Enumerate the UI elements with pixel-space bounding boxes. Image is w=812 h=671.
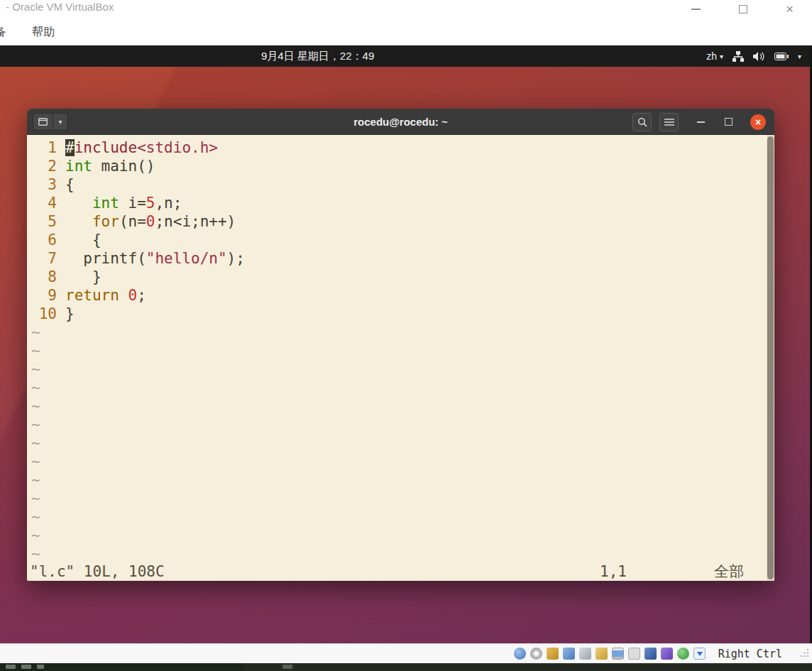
- network-icon[interactable]: [733, 51, 744, 62]
- menu-button[interactable]: [659, 113, 679, 131]
- line-number: 6: [27, 231, 57, 249]
- terminal-maximize-button[interactable]: [725, 118, 733, 126]
- desktop-wallpaper: ▾ rocedu@rocedu: ~ × 1#include<st: [0, 67, 810, 643]
- network-icon[interactable]: [563, 648, 575, 660]
- code-text: for(n=0;n<i;n++): [65, 212, 236, 231]
- terminal-window: ▾ rocedu@rocedu: ~ × 1#include<st: [27, 109, 774, 581]
- clock[interactable]: 9月4日 星期日，22：49: [261, 45, 374, 67]
- close-button[interactable]: ×: [786, 4, 794, 14]
- vim-empty-line: ~: [27, 452, 774, 471]
- vim-line-3[interactable]: 3{: [27, 175, 774, 194]
- vim-empty-line: ~: [27, 342, 774, 360]
- taskbar-fragment: [21, 665, 31, 669]
- line-number: 3: [27, 175, 57, 194]
- menu-devices[interactable]: 备: [0, 18, 6, 45]
- vm-screen: 9月4日 星期日，22：49 zh ▾ ▾: [0, 45, 812, 643]
- vim-empty-line: ~: [27, 397, 774, 415]
- terminal-close-button[interactable]: ×: [750, 114, 766, 130]
- code-text: {: [65, 231, 102, 249]
- vim-empty-line: ~: [27, 360, 774, 378]
- vim-empty-line: ~: [27, 378, 774, 397]
- language-label: zh: [706, 50, 717, 62]
- vim-empty-line: ~: [27, 545, 774, 563]
- vim-line-9[interactable]: 9return 0;: [27, 286, 774, 305]
- line-number: 10: [27, 305, 57, 323]
- line-number: 1: [27, 138, 57, 157]
- hdd-icon[interactable]: [514, 648, 526, 660]
- system-menu-chevron-icon[interactable]: ▾: [798, 53, 801, 60]
- optical-disc-icon[interactable]: [530, 648, 542, 660]
- vim-empty-line: ~: [27, 489, 774, 508]
- vim-editor[interactable]: 1#include<stdio.h>2int main()3{4 int i=5…: [27, 135, 774, 581]
- shared-folders-icon[interactable]: [596, 648, 608, 660]
- volume-icon[interactable]: [753, 51, 765, 62]
- line-number: 9: [27, 286, 57, 305]
- code-text: printf("hello/n");: [65, 249, 245, 268]
- gnome-topbar: 9月4日 星期日，22：49 zh ▾ ▾: [0, 45, 810, 67]
- taskbar-fragment: [282, 665, 292, 669]
- globe-icon[interactable]: [677, 648, 689, 660]
- maximize-button[interactable]: [739, 5, 747, 13]
- terminal-window-controls: ×: [632, 109, 766, 135]
- vbox-status-icons: [514, 648, 706, 660]
- vim-empty-line: ~: [27, 415, 774, 434]
- vbox-menubar: 备 帮助: [0, 18, 812, 45]
- host-taskbar-strip: [0, 663, 812, 671]
- audio-icon[interactable]: [547, 648, 559, 660]
- battery-icon[interactable]: [774, 53, 789, 60]
- vim-file-info: "l.c" 10L, 108C: [30, 562, 165, 581]
- vbox-statusbar: Right Ctrl: [0, 643, 812, 663]
- mouse-icon[interactable]: [661, 648, 673, 660]
- line-number: 4: [27, 194, 57, 212]
- code-text: #include<stdio.h>: [65, 138, 218, 157]
- scrollbar-thumb[interactable]: [767, 136, 774, 579]
- terminal-titlebar[interactable]: ▾ rocedu@rocedu: ~ ×: [27, 109, 774, 135]
- vbox-titlebar: - Oracle VM VirtualBox ×: [0, 0, 812, 18]
- terminal-scrollbar[interactable]: [767, 135, 774, 581]
- keyboard-arrow-icon[interactable]: [693, 648, 706, 660]
- vim-status-line: "l.c" 10L, 108C 1,1 全部: [27, 562, 767, 581]
- display-icon[interactable]: [612, 648, 624, 660]
- taskbar-fragment: [6, 665, 16, 669]
- usb-icon[interactable]: [579, 648, 591, 660]
- vim-empty-line: ~: [27, 526, 774, 545]
- terminal-minimize-button[interactable]: [697, 121, 705, 123]
- vim-empty-line: ~: [27, 434, 774, 452]
- language-indicator[interactable]: zh ▾: [706, 50, 723, 62]
- taskbar-fragment: [37, 665, 44, 669]
- window-title: - Oracle VM VirtualBox: [6, 1, 114, 13]
- menu-help[interactable]: 帮助: [32, 18, 55, 45]
- vim-empty-lines: ~~~~~~~~~~~~~: [27, 323, 774, 563]
- code-text: return 0;: [65, 286, 146, 305]
- vbox-window-controls: ×: [691, 0, 794, 18]
- code-text: int main(): [65, 157, 155, 175]
- vim-cursor-position: 1,1: [600, 562, 627, 581]
- vim-empty-line: ~: [27, 323, 774, 342]
- line-number: 2: [27, 157, 57, 175]
- search-button[interactable]: [632, 113, 652, 131]
- line-number: 8: [27, 268, 57, 286]
- host-key-label: Right Ctrl: [718, 648, 782, 660]
- code-text: }: [65, 268, 102, 286]
- line-number: 5: [27, 212, 57, 231]
- vim-line-2[interactable]: 2int main(): [27, 157, 774, 175]
- vim-line-7[interactable]: 7 printf("hello/n");: [27, 249, 774, 268]
- vim-line-4[interactable]: 4 int i=5,n;: [27, 194, 774, 212]
- line-number: 7: [27, 249, 57, 268]
- vim-line-6[interactable]: 6 {: [27, 231, 774, 249]
- chevron-down-icon: ▾: [720, 53, 723, 60]
- code-text: int i=5,n;: [65, 194, 182, 212]
- vim-line-10[interactable]: 10}: [27, 305, 774, 323]
- vim-line-5[interactable]: 5 for(n=0;n<i;n++): [27, 212, 774, 231]
- resize-grip-icon[interactable]: [801, 648, 809, 660]
- vim-line-1[interactable]: 1#include<stdio.h>: [27, 138, 774, 157]
- vim-buffer-lines: 1#include<stdio.h>2int main()3{4 int i=5…: [27, 138, 774, 323]
- code-text: {: [65, 175, 75, 194]
- recording-icon[interactable]: [628, 648, 640, 660]
- vim-line-8[interactable]: 8 }: [27, 268, 774, 286]
- system-tray[interactable]: zh ▾ ▾: [706, 45, 801, 67]
- features-icon[interactable]: [644, 648, 657, 660]
- code-text: }: [65, 305, 75, 323]
- vim-empty-line: ~: [27, 508, 774, 526]
- minimize-button[interactable]: [691, 9, 701, 10]
